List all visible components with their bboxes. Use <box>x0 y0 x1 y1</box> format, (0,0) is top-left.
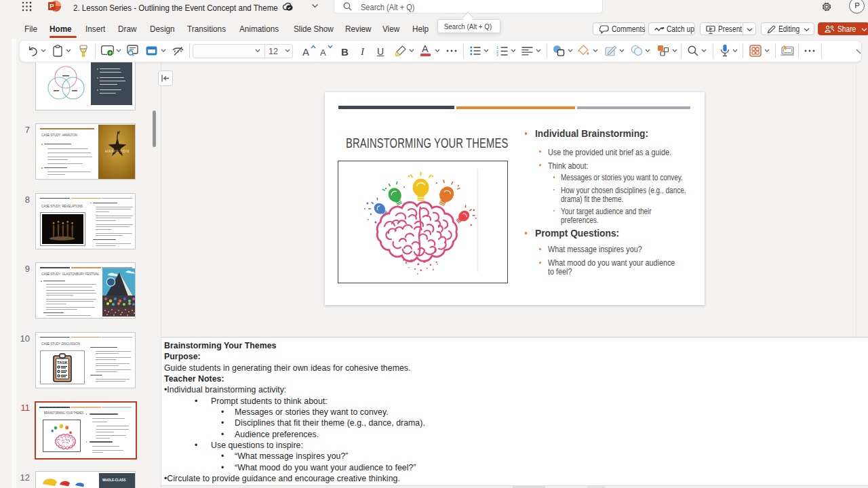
svg-text:P: P <box>50 2 54 9</box>
svg-text:TASK: TASK <box>57 360 68 364</box>
svg-text:3: 3 <box>496 53 498 56</box>
svg-text:HAMILTON: HAMILTON <box>105 149 130 153</box>
